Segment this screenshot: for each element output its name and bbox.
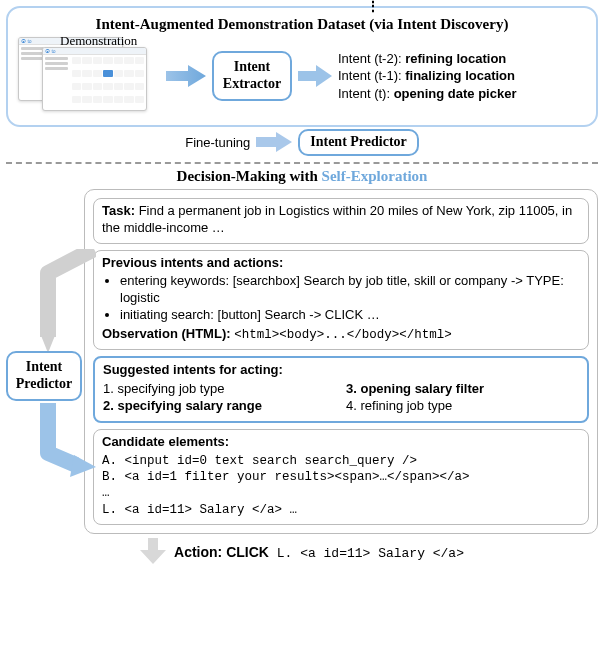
prev-panel: Previous intents and actions: entering k… (93, 250, 589, 351)
arrow-down-to-action (140, 538, 166, 568)
action-header: Action: (174, 544, 222, 560)
svg-marker-1 (298, 65, 332, 87)
vertical-ellipsis: ⋮ (324, 0, 380, 6)
candidate-line: A. <input id=0 text search search_query … (102, 453, 580, 469)
prev-header: Previous intents and actions: (102, 255, 580, 272)
action-text: Action: CLICK L. <a id=11> Salary </a> (174, 544, 464, 561)
svg-marker-3 (40, 333, 56, 353)
task-header: Task: (102, 203, 135, 218)
demo-screen-front: ⦿ to (42, 47, 147, 111)
obs-body: <html><body>...</body></html> (234, 328, 452, 342)
suggested-panel: Suggested intents for acting: 1. specify… (93, 356, 589, 423)
arrow-extractor-to-intents (298, 63, 332, 89)
intent-list: Intent (t-2): refining location Intent (… (338, 50, 516, 103)
suggested-header: Suggested intents for acting: (103, 362, 579, 379)
top-section: Intent-Augmented Demonstration Dataset (… (6, 6, 598, 127)
intent-row: Intent (t-1): finalizing location (338, 67, 516, 85)
svg-marker-4 (70, 455, 96, 477)
suggested-item: 4. refining job type (346, 398, 579, 415)
finetune-label: Fine-tuning (185, 135, 250, 150)
left-column: Intent Predictor (6, 191, 82, 531)
suggested-item: 1. specifying job type (103, 381, 336, 398)
action-rest: L. <a id=11> Salary </a> (269, 546, 464, 561)
arrow-demo-to-extractor (166, 63, 206, 89)
candidates-panel: Candidate elements: A. <input id=0 text … (93, 429, 589, 525)
arrow-finetune (256, 131, 292, 153)
action-verb: CLICK (226, 544, 269, 560)
suggested-grid: 1. specifying job type 3. opening salary… (103, 381, 579, 415)
decision-title: Decision-Making with Self-Exploration (6, 168, 598, 185)
suggested-item: 2. specifying salary range (103, 398, 336, 415)
prev-item: initiating search: [button] Search -> CL… (120, 307, 580, 324)
arrow-out-of-predictor (40, 403, 96, 487)
decision-row: Intent Predictor Task: Find a permanent … (6, 189, 598, 534)
intent-predictor-box: Intent Predictor (6, 351, 82, 401)
top-title-prefix: Intent-Augmented Demonstration Dataset (96, 16, 366, 32)
svg-marker-2 (256, 132, 292, 152)
task-panel: Task: Find a permanent job in Logistics … (93, 198, 589, 244)
candidate-line: B. <a id=1 filter your results><span>…</… (102, 469, 580, 485)
action-row: Action: CLICK L. <a id=11> Salary </a> (6, 538, 598, 568)
panel-stack: Task: Find a permanent job in Logistics … (84, 189, 598, 534)
suggested-item: 3. opening salary filter (346, 381, 579, 398)
svg-marker-0 (166, 65, 206, 87)
top-row: Demonstration ⦿ to ⦿ to (18, 37, 586, 115)
intent-row: Intent (t): opening date picker (338, 85, 516, 103)
arrow-into-predictor (40, 249, 96, 361)
obs-header: Observation (HTML): (102, 326, 231, 341)
intent-row: Intent (t-2): refining location (338, 50, 516, 68)
prev-item: entering keywords: [searchbox] Search by… (120, 273, 580, 307)
top-title: Intent-Augmented Demonstration Dataset (… (18, 16, 586, 33)
prev-list: entering keywords: [searchbox] Search by… (102, 273, 580, 324)
section-divider (6, 162, 598, 164)
candidate-line: L. <a id=11> Salary </a> … (102, 502, 580, 518)
candidates-header: Candidate elements: (102, 434, 580, 451)
candidate-line: … (102, 485, 580, 501)
intent-extractor-box: Intent Extractor (212, 51, 292, 101)
demonstration-label: Demonstration (58, 33, 139, 49)
task-body: Find a permanent job in Logistics within… (102, 203, 572, 235)
intent-predictor-box-top: Intent Predictor (298, 129, 419, 156)
svg-marker-5 (140, 538, 166, 564)
top-title-suffix: (via Intent Discovery) (366, 16, 509, 32)
finetune-row: Fine-tuning Intent Predictor (6, 129, 598, 156)
demonstration-thumbnail: Demonstration ⦿ to ⦿ to (18, 37, 158, 115)
